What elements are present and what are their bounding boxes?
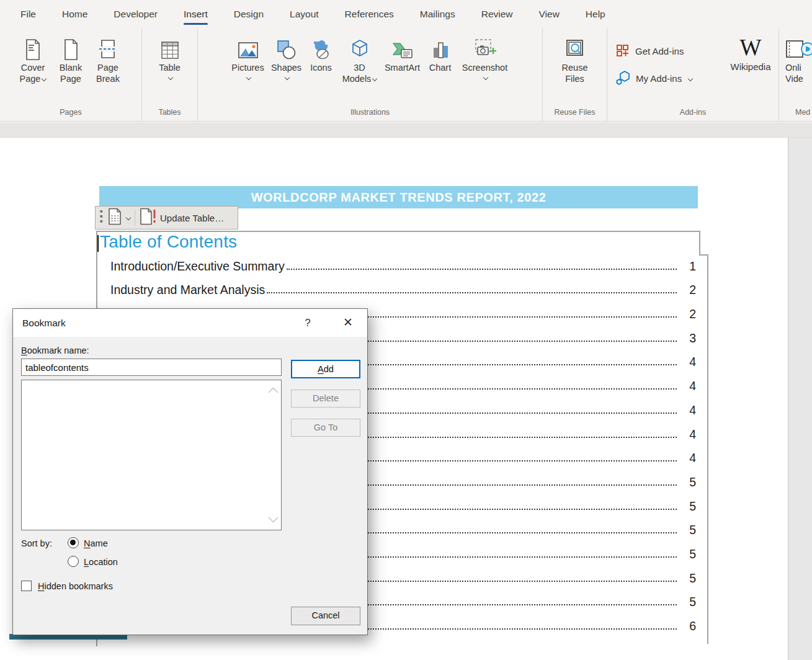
my-addins-button[interactable]: My Add-ins [616,70,715,87]
icons-duck-icon [310,33,332,63]
blank-page-label: Blank [60,63,82,73]
chevron-down-icon [42,76,47,81]
group-label-addins: Add-ins [607,107,779,121]
reuse-files-button[interactable]: ReuseFiles [553,30,597,107]
table-icon [159,33,181,63]
page-break-button[interactable]: PageBreak [89,30,127,107]
bookmark-name-input[interactable] [21,359,282,376]
screenshot-button[interactable]: Screenshot [458,30,512,107]
blank-page-button[interactable]: BlankPage [53,30,88,107]
toc-entry-page: 4 [680,452,696,464]
dialog-titlebar[interactable]: Bookmark ? ✕ [13,309,367,337]
update-table-button[interactable]: Update Table… [140,208,224,228]
toc-entry-page: 2 [680,308,696,320]
get-addins-button[interactable]: Get Add-ins [616,43,715,60]
bookmark-dialog: Bookmark ? ✕ Bookmark name: Add Delete G… [12,308,368,635]
toc-menu-button[interactable] [108,208,130,228]
tab-help[interactable]: Help [586,0,605,28]
update-table-label: Update Table… [160,213,224,223]
group-label-illustrations: Illustrations [198,107,542,121]
tab-developer[interactable]: Developer [114,0,158,28]
chart-button[interactable]: Chart [424,30,457,107]
sort-location-label[interactable]: Location [84,557,118,567]
smartart-icon [391,33,414,63]
chevron-down-icon [246,74,251,79]
3d-models-button[interactable]: 3DModels [339,30,381,107]
icons-button[interactable]: Icons [305,30,337,107]
online-video-button[interactable]: OnliVide [785,30,812,107]
tab-view[interactable]: View [539,0,560,28]
toolbar-grip-handle[interactable] [99,210,104,226]
tab-review[interactable]: Review [481,0,513,28]
toc-entry-title: Introduction/Executive Summary [110,260,285,272]
smartart-button[interactable]: SmartArt [382,30,423,107]
my-addins-icon [616,70,631,87]
ribbon-document-gap [0,122,812,138]
my-addins-label: My Add-ins [636,73,682,84]
toc-entry-page: 5 [680,524,696,536]
chevron-down-icon [126,215,131,220]
tab-references[interactable]: References [345,0,394,28]
ribbon-group-reuse-files: ReuseFiles Reuse Files [543,29,607,121]
toc-heading[interactable]: Table of Contents [100,232,237,252]
table-button[interactable]: Table [149,30,190,107]
cancel-button[interactable]: Cancel [291,607,360,625]
dialog-close-button[interactable]: ✕ [334,309,362,337]
toc-entry-page: 5 [680,548,696,560]
shapes-label: Shapes [271,63,301,73]
shapes-button[interactable]: Shapes [269,30,304,107]
cover-page-label: Cover [21,63,45,73]
scroll-up-icon[interactable] [269,388,279,398]
toc-entry-page: 5 [680,572,696,584]
toc-leader-dots [287,269,677,270]
sort-location-radio[interactable] [68,556,79,567]
pictures-label: Pictures [231,63,264,73]
goto-button[interactable]: Go To [291,419,360,437]
update-table-icon [140,208,156,228]
ribbon: File Home Developer Insert Design Layout… [0,0,812,122]
canvas-background [788,138,812,660]
group-label-tables: Tables [142,107,197,121]
tab-mailings[interactable]: Mailings [420,0,455,28]
scroll-down-icon[interactable] [269,513,279,523]
get-addins-label: Get Add-ins [635,46,684,56]
hidden-bookmarks-label[interactable]: Hidden bookmarks [38,581,113,591]
tab-home[interactable]: Home [62,0,87,28]
wikipedia-icon: W [740,35,762,60]
add-button[interactable]: Add [291,360,360,378]
toc-entry-page: 3 [680,332,696,344]
toc-entry-title: Industry and Market Analysis [110,283,265,296]
toc-entry-page: 4 [680,380,696,392]
sort-name-label[interactable]: Name [84,538,108,548]
text-cursor-caret [97,235,99,252]
wikipedia-button[interactable]: W Wikipedia [724,30,777,107]
toc-entry-page: 4 [680,355,696,368]
toc-entry-page: 6 [680,620,696,632]
page-break-label: Page [97,63,118,73]
chevron-down-icon [285,74,290,79]
toc-entry-page: 5 [680,500,696,512]
dialog-help-button[interactable]: ? [298,309,317,337]
table-label: Table [159,63,181,73]
blank-page-icon [60,33,81,63]
sort-name-radio[interactable] [68,537,79,548]
tab-file[interactable]: File [20,0,36,28]
screenshot-label: Screenshot [462,63,507,73]
pictures-button[interactable]: Pictures [228,30,268,107]
toc-leader-dots [267,292,677,293]
toolbar-separator [135,210,135,225]
toc-entry[interactable]: Industry and Market Analysis2 [110,277,696,301]
toc-entry-page: 4 [680,404,696,416]
tab-design[interactable]: Design [234,0,264,28]
tab-layout[interactable]: Layout [290,0,319,28]
bookmark-listbox[interactable] [21,380,282,530]
hidden-bookmarks-checkbox[interactable] [21,581,32,591]
toc-entry[interactable]: Introduction/Executive Summary1 [110,252,696,277]
shapes-icon [275,33,298,63]
delete-button[interactable]: Delete [291,390,360,408]
wikipedia-label: Wikipedia [730,61,770,72]
page-break-icon [97,33,119,63]
group-label-reuse-files: Reuse Files [543,107,607,121]
tab-insert[interactable]: Insert [184,0,208,28]
cover-page-button[interactable]: CoverPage [14,30,52,107]
